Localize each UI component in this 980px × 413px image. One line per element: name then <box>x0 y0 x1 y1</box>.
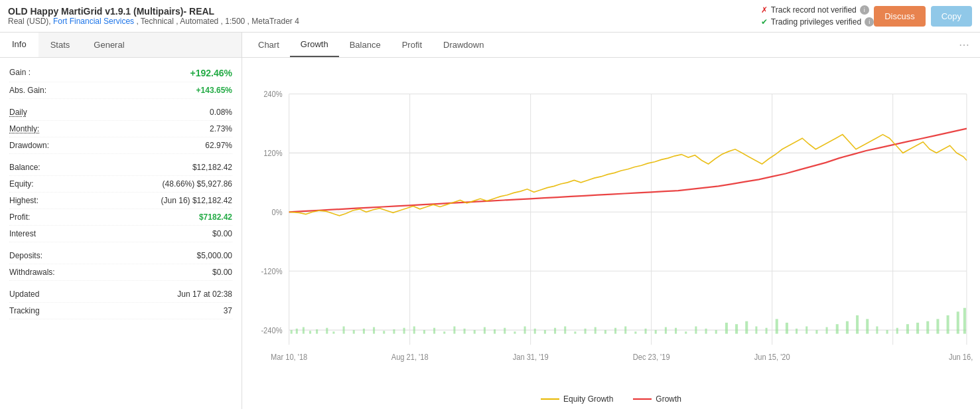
svg-text:-240%: -240% <box>261 325 282 335</box>
svg-rect-60 <box>645 329 647 334</box>
deposits-label: Deposits: <box>9 251 42 260</box>
highest-label: Highest: <box>9 196 38 205</box>
header-subtitle: Real (USD), Fort Financial Services , Te… <box>8 17 761 26</box>
svg-rect-71 <box>755 327 757 334</box>
svg-text:-120%: -120% <box>261 266 282 276</box>
svg-rect-42 <box>464 329 466 334</box>
trading-privileges-info-icon[interactable]: i <box>865 17 874 27</box>
track-record-info-icon[interactable]: i <box>860 5 869 15</box>
equity-row: Equity: (48.66%) $5,927.86 <box>9 176 232 193</box>
copy-button[interactable]: Copy <box>931 6 972 27</box>
svg-rect-26 <box>309 331 311 333</box>
trading-privileges-label: Trading privileges verified <box>771 17 861 27</box>
cross-icon: ✗ <box>761 5 768 15</box>
svg-rect-90 <box>947 315 949 334</box>
fort-link[interactable]: Fort Financial Services <box>53 17 134 26</box>
svg-rect-92 <box>963 308 966 334</box>
svg-rect-51 <box>554 328 556 334</box>
svg-rect-86 <box>906 324 909 333</box>
tab-drawdown[interactable]: Drawdown <box>433 33 494 56</box>
tab-growth[interactable]: Growth <box>290 33 339 57</box>
svg-rect-23 <box>291 330 293 334</box>
withdrawals-row: Withdrawals: $0.00 <box>9 264 232 281</box>
svg-rect-73 <box>776 319 778 333</box>
growth-chart: 240% 120% 0% -120% -240% Mar 10, '18 Aug… <box>249 64 973 389</box>
svg-rect-34 <box>383 331 385 333</box>
interest-label: Interest <box>9 229 36 238</box>
balance-row: Balance: $12,182.42 <box>9 159 232 176</box>
daily-value: 0.08% <box>210 108 232 117</box>
svg-rect-84 <box>886 330 888 334</box>
svg-rect-48 <box>524 327 526 334</box>
svg-rect-68 <box>725 323 728 334</box>
updated-label: Updated <box>9 289 39 299</box>
balance-label: Balance: <box>9 163 40 172</box>
profit-value: $7182.42 <box>199 212 232 222</box>
svg-rect-65 <box>695 327 697 334</box>
svg-rect-78 <box>826 327 828 334</box>
highest-row: Highest: (Jun 16) $12,182.42 <box>9 193 232 209</box>
sidebar-tab-bar: Info Stats General <box>0 33 242 58</box>
svg-rect-62 <box>665 327 667 334</box>
growth-line <box>633 398 652 400</box>
svg-rect-66 <box>705 329 707 334</box>
drawdown-value: 62.97% <box>205 141 232 150</box>
svg-rect-38 <box>423 330 425 334</box>
gain-value: +192.46% <box>190 68 232 78</box>
equity-value: (48.66%) $5,927.86 <box>163 179 232 189</box>
balance-value: $12,182.42 <box>192 163 232 172</box>
tab-stats[interactable]: Stats <box>38 33 82 57</box>
monthly-label: Monthly: <box>9 124 39 133</box>
tracking-value: 37 <box>224 306 232 315</box>
equity-growth-legend: Equity Growth <box>541 394 613 404</box>
svg-rect-35 <box>393 329 395 334</box>
verification-status: ✗ Track record not verified i ✔ Trading … <box>761 5 874 27</box>
svg-rect-54 <box>585 329 587 334</box>
chart-more-icon[interactable]: ⋯ <box>953 33 975 56</box>
svg-rect-61 <box>655 330 657 334</box>
tab-info[interactable]: Info <box>0 33 38 57</box>
profit-row: Profit: $7182.42 <box>9 209 232 226</box>
withdrawals-label: Withdrawals: <box>9 268 55 277</box>
tab-profit[interactable]: Profit <box>391 33 433 56</box>
svg-text:Jan 31, '19: Jan 31, '19 <box>513 352 549 361</box>
svg-rect-70 <box>745 321 748 334</box>
interest-value: $0.00 <box>212 229 232 238</box>
svg-rect-64 <box>685 331 687 333</box>
chart-tab-bar: Chart Growth Balance Profit Drawdown ⋯ <box>242 33 980 58</box>
highest-value: (Jun 16) $12,182.42 <box>161 196 232 205</box>
daily-label: Daily <box>9 108 27 117</box>
drawdown-row: Drawdown: 62.97% <box>9 137 232 154</box>
check-icon: ✔ <box>761 17 768 27</box>
trading-privileges-status: ✔ Trading privileges verified i <box>761 17 874 27</box>
svg-rect-53 <box>574 331 576 333</box>
svg-rect-67 <box>715 330 717 334</box>
svg-text:Mar 10, '18: Mar 10, '18 <box>271 352 307 361</box>
svg-rect-50 <box>544 330 546 334</box>
svg-rect-88 <box>926 321 929 334</box>
svg-rect-31 <box>353 330 355 334</box>
tab-chart[interactable]: Chart <box>247 33 290 56</box>
svg-rect-74 <box>786 323 788 334</box>
svg-rect-75 <box>796 329 798 334</box>
abs-gain-label: Abs. Gain: <box>9 86 46 95</box>
svg-rect-59 <box>634 331 636 333</box>
page-title: OLD Happy MartiGrid v1.9.1 (Multipairs)-… <box>8 6 761 17</box>
svg-rect-29 <box>332 331 334 333</box>
monthly-value: 2.73% <box>210 124 232 133</box>
discuss-button[interactable]: Discuss <box>874 6 926 27</box>
equity-growth-label: Equity Growth <box>563 394 613 404</box>
daily-row: Daily 0.08% <box>9 104 232 121</box>
svg-rect-85 <box>896 328 898 334</box>
growth-legend: Growth <box>633 394 681 404</box>
tab-general[interactable]: General <box>82 33 136 57</box>
svg-rect-43 <box>474 330 476 334</box>
svg-rect-36 <box>403 328 405 334</box>
header-left: OLD Happy MartiGrid v1.9.1 (Multipairs)-… <box>8 6 761 26</box>
svg-text:120%: 120% <box>263 148 282 157</box>
tab-balance[interactable]: Balance <box>339 33 391 56</box>
chart-container: 240% 120% 0% -120% -240% Mar 10, '18 Aug… <box>242 58 980 389</box>
svg-rect-55 <box>595 327 596 334</box>
profit-label: Profit: <box>9 212 30 222</box>
equity-label: Equity: <box>9 179 34 189</box>
